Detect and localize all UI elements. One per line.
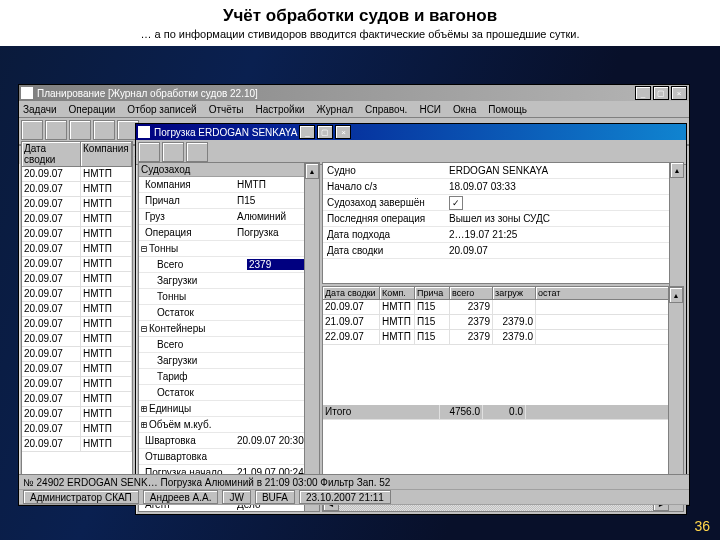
col-header[interactable]: Прича bbox=[415, 287, 450, 299]
table-row[interactable]: 20.09.07НМТП bbox=[22, 167, 132, 182]
table-row[interactable]: 20.09.07НМТП bbox=[22, 212, 132, 227]
form-field[interactable]: Дата подхода2…19.07 21:25 bbox=[323, 227, 683, 243]
table-row[interactable]: 20.09.07НМТП bbox=[22, 302, 132, 317]
toolbar-button[interactable] bbox=[93, 120, 115, 140]
toolbar-button[interactable] bbox=[45, 120, 67, 140]
menu-item[interactable]: Отбор записей bbox=[127, 104, 196, 115]
left-form-pane[interactable]: Судозаход КомпанияНМТППричалП15ГрузАлюми… bbox=[138, 162, 320, 512]
form-field[interactable]: Загрузки bbox=[139, 353, 319, 369]
slide-heading: Учёт обработки судов и вагонов bbox=[0, 0, 720, 28]
form-field[interactable]: Всего bbox=[139, 337, 319, 353]
scrollbar-vertical[interactable]: ▲ bbox=[669, 162, 684, 284]
scroll-up-icon[interactable]: ▲ bbox=[669, 287, 683, 303]
scrollbar-vertical[interactable]: ▲ bbox=[304, 163, 319, 511]
form-field[interactable]: Последняя операцияВышел из зоны СУДС bbox=[323, 211, 683, 227]
form-field[interactable]: Тариф bbox=[139, 369, 319, 385]
status-cell: BUFA bbox=[255, 490, 295, 504]
col-header[interactable]: Комп. bbox=[380, 287, 415, 299]
table-row[interactable]: 21.09.07НМТПП1523792379.0 bbox=[323, 315, 683, 330]
col-header[interactable]: всего bbox=[450, 287, 493, 299]
tree-group-volume[interactable]: ⊞Объём м.куб. bbox=[139, 417, 319, 433]
minimize-button[interactable]: _ bbox=[635, 86, 651, 100]
table-row[interactable]: 20.09.07НМТП bbox=[22, 182, 132, 197]
menu-bar[interactable]: ЗадачиОперацииОтбор записейОтчётыНастрой… bbox=[19, 101, 689, 118]
form-field[interactable]: Тонны bbox=[139, 289, 319, 305]
form-field[interactable]: ОперацияПогрузка bbox=[139, 225, 319, 241]
table-row[interactable]: 20.09.07НМТП bbox=[22, 242, 132, 257]
form-field[interactable]: ПричалП15 bbox=[139, 193, 319, 209]
status-line-1: № 24902 ERDOGAN SENK… Погрузка Алюминий … bbox=[19, 475, 689, 490]
form-field[interactable]: Начало с/з18.09.07 03:33 bbox=[323, 179, 683, 195]
form-field[interactable]: Загрузки bbox=[139, 273, 319, 289]
status-cell: Администратор СКАП bbox=[23, 490, 139, 504]
left-data-grid[interactable]: Дата сводки Компания 20.09.07НМТП20.09.0… bbox=[21, 141, 133, 475]
tree-group-units[interactable]: ⊞Единицы bbox=[139, 401, 319, 417]
form-field[interactable]: СудноERDOGAN SENKAYA bbox=[323, 163, 683, 179]
table-row[interactable]: 20.09.07НМТП bbox=[22, 437, 132, 452]
table-row[interactable]: 20.09.07НМТП bbox=[22, 332, 132, 347]
table-row[interactable]: 20.09.07НМТП bbox=[22, 272, 132, 287]
table-row[interactable]: 20.09.07НМТП bbox=[22, 347, 132, 362]
form-field[interactable]: ГрузАлюминий bbox=[139, 209, 319, 225]
col-header[interactable]: остат bbox=[536, 287, 683, 299]
table-row[interactable]: 20.09.07НМТПП152379 bbox=[323, 300, 683, 315]
menu-item[interactable]: Настройки bbox=[256, 104, 305, 115]
maximize-button[interactable]: ▢ bbox=[653, 86, 669, 100]
toolbar-button[interactable] bbox=[69, 120, 91, 140]
form-field[interactable]: Дата сводки20.09.07 bbox=[323, 243, 683, 259]
form-field[interactable]: Отшвартовка bbox=[139, 449, 319, 465]
dialog-maximize[interactable]: ▢ bbox=[317, 125, 333, 139]
form-field[interactable]: Судозаход завершён✓ bbox=[323, 195, 683, 211]
table-row[interactable]: 20.09.07НМТП bbox=[22, 392, 132, 407]
checkbox[interactable]: ✓ bbox=[449, 196, 463, 210]
dialog-minimize[interactable]: _ bbox=[299, 125, 315, 139]
table-row[interactable]: 20.09.07НМТП bbox=[22, 227, 132, 242]
form-field[interactable]: Швартовка20.09.07 20:30 bbox=[139, 433, 319, 449]
menu-item[interactable]: Операции bbox=[69, 104, 116, 115]
menu-item[interactable]: Помощь bbox=[488, 104, 527, 115]
table-row[interactable]: 20.09.07НМТП bbox=[22, 257, 132, 272]
status-bar: № 24902 ERDOGAN SENK… Погрузка Алюминий … bbox=[19, 474, 689, 505]
tree-group-containers[interactable]: ⊟Контейнеры bbox=[139, 321, 319, 337]
menu-item[interactable]: НСИ bbox=[419, 104, 441, 115]
scroll-up-icon[interactable]: ▲ bbox=[670, 162, 684, 178]
toolbar-button[interactable] bbox=[186, 142, 208, 162]
form-field[interactable]: Остаток bbox=[139, 385, 319, 401]
toolbar-button[interactable] bbox=[138, 142, 160, 162]
dialog-title: Погрузка ERDOGAN SENKAYA bbox=[154, 127, 297, 138]
col-header[interactable]: загруж bbox=[493, 287, 536, 299]
table-row[interactable]: 20.09.07НМТП bbox=[22, 422, 132, 437]
tree-group-tons[interactable]: ⊟Тонны bbox=[139, 241, 319, 257]
toolbar-button[interactable] bbox=[162, 142, 184, 162]
menu-item[interactable]: Справоч. bbox=[365, 104, 407, 115]
slide-page-number: 36 bbox=[694, 518, 710, 534]
toolbar-button[interactable] bbox=[21, 120, 43, 140]
close-button[interactable]: × bbox=[671, 86, 687, 100]
totals-row: Итого 4756.0 0.0 bbox=[323, 405, 683, 420]
col-header-date[interactable]: Дата сводки bbox=[22, 142, 81, 166]
background-window: Планирование [Журнал обработки судов 22.… bbox=[18, 84, 690, 506]
form-field[interactable]: КомпанияНМТП bbox=[139, 177, 319, 193]
menu-item[interactable]: Журнал bbox=[317, 104, 354, 115]
form-field[interactable]: Всего2379 bbox=[139, 257, 319, 273]
form-field[interactable]: Остаток bbox=[139, 305, 319, 321]
dialog-close[interactable]: × bbox=[335, 125, 351, 139]
table-row[interactable]: 20.09.07НМТП bbox=[22, 317, 132, 332]
col-header[interactable]: Дата сводки bbox=[323, 287, 380, 299]
dialog-icon bbox=[138, 126, 150, 138]
table-row[interactable]: 20.09.07НМТП bbox=[22, 362, 132, 377]
table-row[interactable]: 20.09.07НМТП bbox=[22, 407, 132, 422]
section-header: Судозаход bbox=[139, 163, 319, 177]
right-top-form[interactable]: СудноERDOGAN SENKAYAНачало с/з18.09.07 0… bbox=[322, 162, 684, 284]
menu-item[interactable]: Окна bbox=[453, 104, 476, 115]
table-row[interactable]: 20.09.07НМТП bbox=[22, 377, 132, 392]
col-header-company[interactable]: Компания bbox=[81, 142, 132, 166]
table-row[interactable]: 20.09.07НМТП bbox=[22, 197, 132, 212]
slide-subheading: … а по информации стивидоров вводится фа… bbox=[0, 28, 720, 46]
menu-item[interactable]: Задачи bbox=[23, 104, 57, 115]
table-row[interactable]: 22.09.07НМТПП1523792379.0 bbox=[323, 330, 683, 345]
table-row[interactable]: 20.09.07НМТП bbox=[22, 287, 132, 302]
scroll-up-icon[interactable]: ▲ bbox=[305, 163, 319, 179]
group-label: Единицы bbox=[149, 403, 191, 414]
menu-item[interactable]: Отчёты bbox=[209, 104, 244, 115]
